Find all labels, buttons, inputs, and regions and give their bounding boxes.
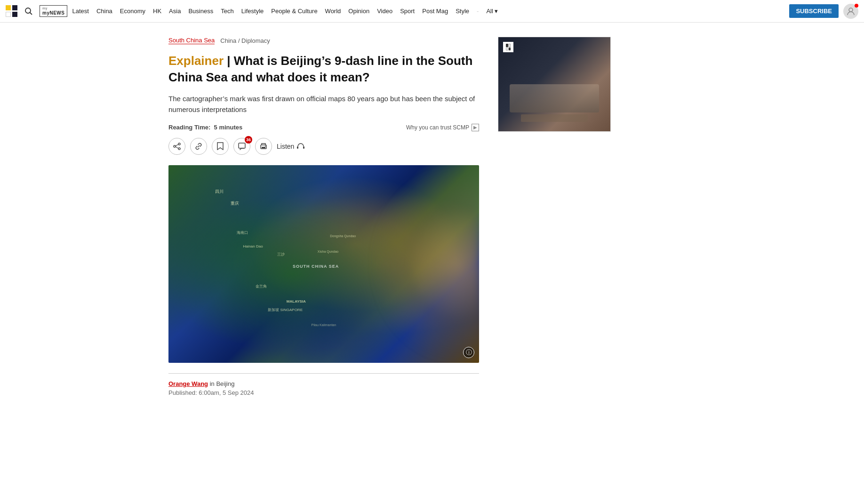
mynews-badge[interactable]: my myNEWS [40, 5, 67, 17]
map-label-hainankou: 海南口 [237, 230, 248, 235]
nav-postmag[interactable]: Post Mag [422, 8, 448, 15]
ad-logo-sq4 [509, 48, 511, 51]
nav-sport[interactable]: Sport [400, 8, 415, 15]
nav-separator: - [477, 8, 479, 15]
ad-logo-sq2 [509, 44, 511, 47]
map-label-sanya: Hainan Dao [243, 244, 263, 248]
article-label: Explainer [168, 54, 224, 68]
svg-point-4 [178, 148, 180, 150]
nav-people-culture[interactable]: People & Culture [271, 8, 317, 15]
user-avatar[interactable] [843, 4, 858, 19]
comment-icon [238, 143, 246, 150]
nav-economy[interactable]: Economy [120, 8, 145, 15]
reading-time: Reading Time: 5 minutes [168, 124, 242, 131]
bookmark-button[interactable] [212, 138, 229, 155]
search-button[interactable] [23, 5, 35, 17]
map-label-xisha: Xisha Qundao [318, 250, 338, 253]
ad-container: Advertisement ✕ [498, 37, 611, 132]
logo-squares [6, 5, 18, 17]
reading-time-label: Reading Time: [168, 124, 210, 131]
print-icon [260, 143, 267, 150]
author-name[interactable]: Orange Wang [168, 380, 208, 387]
print-button[interactable] [255, 138, 272, 155]
comment-count-badge: 36 [245, 136, 252, 144]
ad-logo [503, 42, 513, 52]
svg-point-3 [178, 143, 180, 145]
page-wrapper: South China Sea China / Diplomacy Explai… [150, 23, 714, 410]
svg-point-11 [265, 145, 266, 146]
hero-image-container: 四川 重庆 海南口 Hainan Dao 三沙 SOUTH CHINA SEA … [168, 165, 479, 363]
subscribe-button[interactable]: SUBSCRIBE [789, 4, 839, 18]
user-icon [847, 7, 855, 16]
article-separator: | [224, 54, 234, 68]
logo-sq-white [6, 12, 11, 17]
svg-point-2 [849, 8, 853, 12]
map-label-south-china-sea: SOUTH CHINA SEA [293, 264, 339, 269]
svg-rect-13 [303, 146, 304, 149]
mynews-prefix: my [42, 7, 64, 10]
svg-point-5 [174, 145, 176, 147]
author-line: Orange Wang in Beijing [168, 380, 479, 387]
globe-edge-blur [370, 165, 479, 363]
sidebar: Advertisement ✕ [498, 37, 611, 396]
nav-world[interactable]: World [325, 8, 341, 15]
copy-link-button[interactable] [190, 138, 207, 155]
svg-rect-12 [297, 146, 298, 149]
nav-tech[interactable]: Tech [221, 8, 233, 15]
breadcrumb-primary[interactable]: South China Sea [168, 37, 215, 44]
search-icon [24, 7, 33, 16]
map-label-borneo: Pilau Kalimantan [312, 323, 336, 327]
share-button[interactable] [168, 138, 185, 155]
map-label-nansha: 三沙 [277, 252, 285, 257]
nav-all-button[interactable]: All ▾ [486, 8, 497, 15]
logo [6, 5, 18, 17]
nav-china[interactable]: China [96, 8, 112, 15]
map-label-dongsha: Dongsha Qundao [330, 234, 356, 238]
listen-label: Listen [277, 143, 294, 150]
map-label-chongqing: 重庆 [231, 200, 239, 207]
reading-time-value: 5 minutes [214, 124, 243, 131]
site-header: my myNEWS Latest China Economy HK Asia B… [0, 0, 864, 23]
nav-lifestyle[interactable]: Lifestyle [241, 8, 264, 15]
logo-sq-dark [12, 5, 17, 10]
svg-point-0 [25, 8, 31, 13]
nav-video[interactable]: Video [377, 8, 392, 15]
article-subtitle: The cartographer’s mark was first drawn … [168, 93, 479, 115]
trust-icon: ▶ [472, 124, 479, 131]
ad-logo-sq3 [506, 48, 508, 51]
article-main: South China Sea China / Diplomacy Explai… [168, 37, 479, 396]
ad-image [498, 37, 610, 131]
listen-button[interactable]: Listen [277, 142, 305, 151]
headphone-icon [296, 142, 305, 151]
ad-sofa-shape [510, 84, 599, 112]
nav-all-label: All [486, 8, 493, 15]
map-label-sichuan: 四川 [215, 189, 224, 195]
published-label: Published: [168, 389, 197, 396]
main-nav: Latest China Economy HK Asia Business Te… [72, 8, 784, 15]
share-icon [173, 143, 181, 150]
logo-sq-yellow [6, 5, 11, 10]
nav-business[interactable]: Business [188, 8, 213, 15]
map-label-camranh: 金兰角 [256, 284, 267, 289]
bookmark-icon [217, 142, 224, 150]
map-label-singapore: 新加坡 SINGAPORE [268, 307, 303, 312]
comment-button[interactable]: 36 [233, 138, 250, 155]
breadcrumb-secondary[interactable]: China / Diplomacy [220, 37, 270, 44]
svg-rect-8 [239, 143, 245, 148]
reading-time-row: Reading Time: 5 minutes Why you can trus… [168, 124, 479, 131]
nav-hk[interactable]: HK [153, 8, 161, 15]
mynews-label: myNEWS [42, 10, 64, 16]
action-row: 36 Listen [168, 138, 479, 155]
nav-opinion[interactable]: Opinion [348, 8, 369, 15]
image-info-button[interactable]: ⓘ [463, 347, 474, 358]
article-title: Explainer | What is Beijing’s 9-dash lin… [168, 53, 479, 86]
nav-asia[interactable]: Asia [169, 8, 181, 15]
trust-label: Why you can trust SCMP [406, 124, 469, 131]
trust-scmp-link[interactable]: Why you can trust SCMP ▶ [406, 124, 479, 131]
nav-style[interactable]: Style [456, 8, 469, 15]
author-divider [168, 373, 479, 374]
map-label-malaysia: MALAYSIA [287, 299, 306, 304]
nav-latest[interactable]: Latest [72, 8, 88, 15]
breadcrumb: South China Sea China / Diplomacy [168, 37, 479, 44]
chevron-down-icon: ▾ [495, 8, 498, 15]
